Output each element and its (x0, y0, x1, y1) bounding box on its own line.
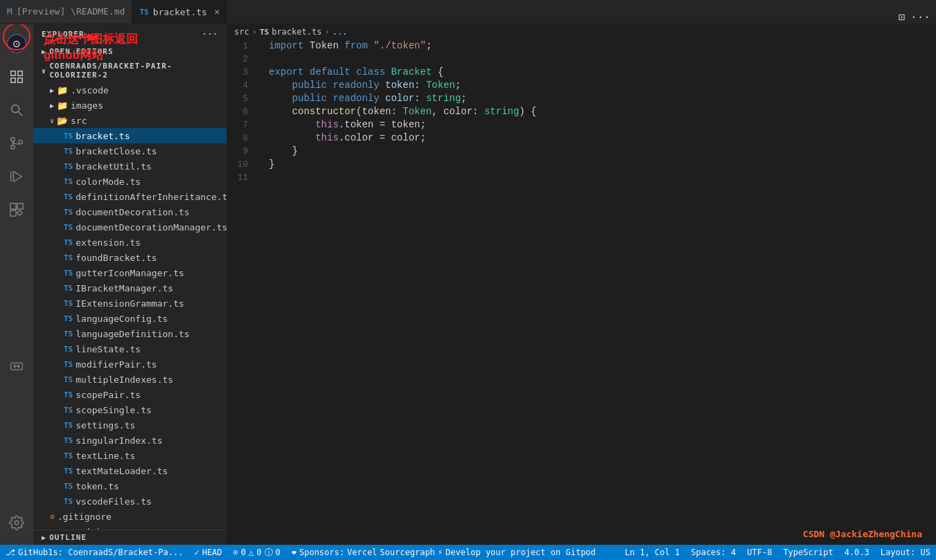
editor-area: src › TS bracket.ts › ... 1 2 3 4 5 6 7 … (227, 24, 936, 545)
tree-item-settings[interactable]: TS settings.ts (33, 417, 227, 433)
tree-item-textmateloader[interactable]: TS textMateLoader.ts (33, 463, 227, 478)
statusbar-github-item[interactable]: ⎇ GitHub1s: CoenraadS/Bracket-Pa... (0, 545, 188, 560)
statusbar-position-item[interactable]: Ln 1, Col 1 (619, 545, 685, 560)
vscode-caret-icon: ▶ (50, 87, 54, 94)
code-line-2 (269, 53, 936, 66)
ts-ibracketmgr-icon: TS (64, 284, 73, 293)
statusbar-sponsors-item[interactable]: ❤ Sponsors: Vercel Sourcegraph ⚡ Develop… (286, 545, 601, 560)
tree-item-src[interactable]: ∨ 📂 src (33, 113, 227, 128)
statusbar-github-icon: ⎇ (6, 548, 15, 557)
tree-item-colormode-label: colorMode.ts (76, 177, 141, 187)
ts-docdecoration-icon: TS (64, 208, 73, 217)
more-actions-icon[interactable]: ··· (910, 10, 930, 24)
tree-item-extension[interactable]: TS extension.ts (33, 235, 227, 250)
statusbar-head-item[interactable]: ✓ HEAD (188, 545, 227, 560)
tree-item-modifierpair[interactable]: TS modifierPair.ts (33, 356, 227, 372)
statusbar-layout-item[interactable]: Layout: US (875, 545, 936, 560)
code-area[interactable]: import Token from "./token"; export defa… (262, 39, 936, 545)
tree-item-colormode[interactable]: TS colorMode.ts (33, 174, 227, 189)
tree-item-bracketutil[interactable]: TS bracketUtil.ts (33, 159, 227, 174)
tab-readme-label: [Preview] \README.md (17, 6, 125, 17)
statusbar-vercel-text: Vercel (347, 548, 377, 557)
search-icon (9, 102, 24, 118)
statusbar-flash-icon: ⚡ (438, 548, 443, 557)
tree-item-images[interactable]: ▶ 📁 images (33, 98, 227, 113)
tree-item-bracket[interactable]: TS bracket.ts (33, 128, 227, 143)
ts-guttericonmgr-icon: TS (64, 269, 73, 278)
tree-item-scopesingle-label: scopeSingle.ts (76, 405, 152, 415)
tree-item-linestate[interactable]: TS lineState.ts (33, 341, 227, 356)
source-control-activity-item[interactable] (0, 127, 33, 160)
explorer-icon (9, 69, 24, 84)
settings-activity-item[interactable] (0, 506, 33, 539)
tree-item-vscode[interactable]: ▶ 📁 .vscode (33, 82, 227, 98)
tree-item-textline[interactable]: TS textLine.ts (33, 448, 227, 463)
tree-item-scopesingle[interactable]: TS scopeSingle.ts (33, 402, 227, 417)
search-activity-item[interactable] (0, 93, 33, 127)
line-num-4: 4 (227, 79, 255, 92)
statusbar-spaces-text: Spaces: 4 (691, 548, 736, 557)
split-editor-icon[interactable]: ⊡ (898, 10, 905, 24)
statusbar-github-text: GitHub1s: CoenraadS/Bracket-Pa... (18, 548, 183, 557)
folder-section[interactable]: ∨ COENRAADS/BRACKET-PAIR-COLORIZER-2 (33, 59, 227, 82)
code-editor[interactable]: 1 2 3 4 5 6 7 8 9 10 11 import Token fro… (227, 39, 936, 545)
ts-singularindex-icon: TS (64, 436, 73, 445)
svg-rect-4 (18, 71, 22, 75)
ts-langconfig-icon: TS (64, 314, 73, 323)
outline-section[interactable]: ▶ OUTLINE (33, 530, 227, 545)
svg-point-21 (15, 521, 19, 525)
tree-item-singularindex[interactable]: TS singularIndex.ts (33, 433, 227, 448)
tree-item-guttericonmgr-label: gutterIconManager.ts (76, 268, 184, 278)
tree-item-textmateloader-label: textMateLoader.ts (76, 466, 168, 476)
folder-src-icon: 📂 (57, 116, 68, 126)
explorer-activity-item[interactable] (0, 60, 33, 93)
tab-close-icon[interactable]: × (214, 6, 220, 17)
tab-readme[interactable]: M [Preview] \README.md (0, 0, 132, 24)
tree-item-multipleindexes[interactable]: TS multipleIndexes.ts (33, 372, 227, 387)
tree-item-docdecoration[interactable]: TS documentDecoration.ts (33, 204, 227, 219)
tree-item-docdecorationmgr[interactable]: TS documentDecorationManager.ts (33, 219, 227, 235)
folder-images-icon: 📁 (57, 100, 68, 111)
ts-bracket-icon: TS (64, 132, 73, 141)
tree-item-langdef[interactable]: TS languageDefinition.ts (33, 326, 227, 341)
svg-point-11 (19, 140, 23, 144)
extensions-activity-item[interactable] (0, 193, 33, 226)
statusbar-lang-item[interactable]: TypeScript (777, 545, 838, 560)
svg-rect-15 (10, 204, 16, 209)
ts-modifierpair-icon: TS (64, 360, 73, 369)
ts-bracketclose-icon: TS (64, 147, 73, 156)
breadcrumb-sep2: › (324, 27, 329, 37)
tree-item-vscodefiles[interactable]: TS vscodeFiles.ts (33, 494, 227, 509)
run-activity-item[interactable] (0, 160, 33, 193)
statusbar-encoding-item[interactable]: UTF-8 (741, 545, 777, 560)
tree-item-guttericonmgr[interactable]: TS gutterIconManager.ts (33, 265, 227, 280)
tree-item-ibracketmgr[interactable]: TS IBracketManager.ts (33, 280, 227, 296)
github-activity-item[interactable]: ⊙ (0, 27, 33, 60)
tree-item-bracketclose[interactable]: TS bracketClose.ts (33, 143, 227, 159)
ts-docdecorationmgr-icon: TS (64, 223, 73, 232)
tree-item-definition[interactable]: TS definitionAfterInheritance.ts (33, 189, 227, 204)
code-line-10: } (269, 158, 936, 171)
remote-activity-item[interactable] (0, 350, 33, 383)
sidebar-more-icon[interactable]: ··· (202, 30, 218, 39)
statusbar-spaces-item[interactable]: Spaces: 4 (685, 545, 741, 560)
statusbar-errors-item[interactable]: ⊙ 0 △ 0 ⓘ 0 (228, 545, 286, 560)
tab-readme-icon: M (7, 6, 12, 17)
tree-item-scopepair[interactable]: TS scopePair.ts (33, 387, 227, 402)
tree-item-gitignore[interactable]: ⚙ .gitignore (33, 509, 227, 524)
tree-item-foundbracket[interactable]: TS foundBracket.ts (33, 250, 227, 265)
tree-item-token[interactable]: TS token.ts (33, 478, 227, 494)
app-container: M [Preview] \README.md TS bracket.ts × ⊡… (0, 0, 936, 560)
line-num-2: 2 (227, 53, 255, 66)
tree-item-iextgrammar[interactable]: TS IExtensionGrammar.ts (33, 296, 227, 311)
tree-item-docdecoration-label: documentDecoration.ts (76, 207, 189, 217)
ts-extension-icon: TS (64, 238, 73, 247)
tree-item-vscodeignore[interactable]: ■ .vscodeignore (33, 524, 227, 530)
open-editors-label: OPEN EDITORS (49, 47, 114, 56)
tab-bracket[interactable]: TS bracket.ts × (132, 0, 227, 24)
tree-item-langconfig[interactable]: TS languageConfig.ts (33, 311, 227, 326)
open-editors-section[interactable]: ▶ OPEN EDITORS (33, 44, 227, 59)
outline-caret-icon: ▶ (42, 534, 46, 541)
tree-item-vscodefiles-label: vscodeFiles.ts (76, 496, 152, 507)
statusbar-right: Ln 1, Col 1 Spaces: 4 UTF-8 TypeScript 4… (619, 545, 936, 560)
